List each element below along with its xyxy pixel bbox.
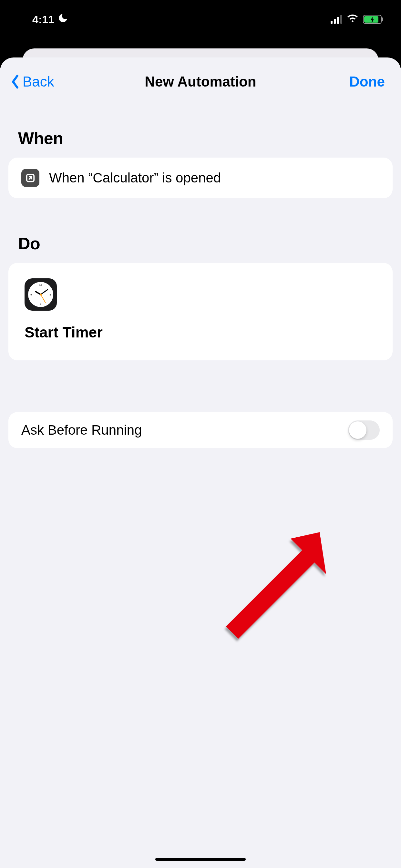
back-button[interactable]: Back — [10, 58, 54, 106]
status-bar: 4:11 — [0, 0, 401, 39]
ask-before-running-row: Ask Before Running — [8, 412, 393, 448]
do-action-label: Start Timer — [25, 323, 376, 341]
wifi-icon — [347, 12, 359, 27]
back-label: Back — [23, 73, 54, 90]
when-trigger-text: When “Calculator” is opened — [49, 170, 221, 186]
done-button[interactable]: Done — [349, 58, 385, 106]
cellular-signal-icon — [331, 15, 342, 24]
clock-app-icon: 12 3 6 9 — [25, 278, 57, 311]
section-do-title: Do — [18, 234, 393, 253]
modal-sheet: Back New Automation Done When When “Calc… — [0, 58, 401, 868]
svg-marker-1 — [226, 532, 326, 639]
clock-time: 4:11 — [32, 13, 54, 26]
home-indicator[interactable] — [155, 858, 246, 861]
annotation-arrow-icon — [207, 516, 342, 652]
battery-charging-icon — [363, 15, 382, 24]
open-app-icon — [21, 169, 39, 187]
do-not-disturb-icon — [58, 12, 68, 26]
ask-before-running-label: Ask Before Running — [21, 423, 142, 438]
do-action-card[interactable]: 12 3 6 9 Start Timer — [8, 263, 393, 361]
when-trigger-row[interactable]: When “Calculator” is opened — [8, 158, 393, 198]
ask-before-running-toggle[interactable] — [348, 421, 380, 440]
nav-bar: Back New Automation Done — [0, 58, 401, 106]
chevron-left-icon — [10, 74, 21, 89]
page-title: New Automation — [145, 73, 256, 90]
section-when-title: When — [18, 128, 393, 148]
